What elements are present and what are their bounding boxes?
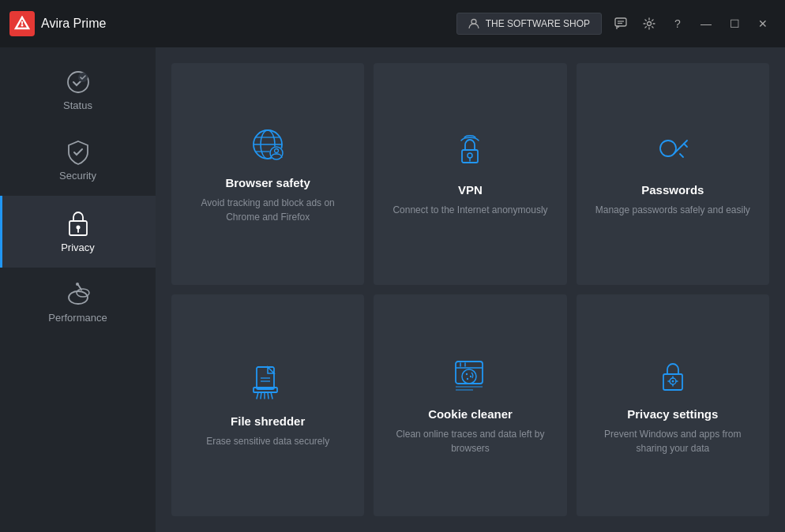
svg-line-39 — [271, 392, 272, 399]
passwords-title: Passwords — [641, 183, 704, 197]
close-button[interactable]: ✕ — [750, 11, 776, 36]
user-icon — [468, 18, 479, 29]
file-shredder-icon — [247, 362, 288, 403]
cookie-cleaner-desc: Clean online traces and data left by bro… — [389, 427, 550, 455]
sidebar: Status Security Privacy — [0, 47, 156, 532]
chat-button[interactable] — [608, 11, 633, 36]
security-icon — [66, 140, 90, 165]
svg-line-38 — [268, 392, 269, 399]
user-button[interactable]: THE SOFTWARE SHOP — [456, 13, 602, 35]
sidebar-item-security[interactable]: Security — [0, 126, 156, 196]
svg-point-47 — [467, 378, 468, 380]
svg-point-52 — [671, 380, 674, 383]
passwords-icon — [652, 131, 693, 172]
minimize-button[interactable]: — — [693, 11, 719, 36]
vpn-title: VPN — [458, 183, 483, 197]
svg-line-36 — [261, 392, 261, 399]
svg-rect-3 — [615, 18, 626, 26]
content-area: Browser safety Avoid tracking and block … — [156, 47, 785, 532]
browser-safety-icon — [247, 124, 288, 165]
svg-point-15 — [76, 283, 79, 286]
svg-point-45 — [466, 373, 468, 375]
file-shredder-card[interactable]: File shredder Erase sensitive data secur… — [171, 294, 364, 516]
title-bar: Avira Prime THE SOFTWARE SHOP ? — [0, 0, 785, 47]
sidebar-item-privacy[interactable]: Privacy — [0, 196, 156, 268]
svg-point-25 — [468, 153, 472, 158]
vpn-icon — [449, 131, 490, 172]
svg-rect-40 — [456, 362, 483, 384]
svg-point-12 — [69, 291, 88, 304]
settings-button[interactable] — [637, 11, 662, 36]
passwords-desc: Manage passwords safely and easily — [595, 203, 750, 217]
svg-line-29 — [684, 144, 687, 147]
cookie-cleaner-icon — [449, 355, 490, 396]
vpn-desc: Connect to the Internet anonymously — [392, 203, 547, 217]
svg-point-46 — [470, 376, 471, 377]
main-content: Status Security Privacy — [0, 47, 785, 532]
security-label: Security — [59, 170, 96, 182]
svg-line-35 — [257, 392, 258, 399]
performance-label: Performance — [48, 312, 107, 324]
maximize-button[interactable]: ☐ — [722, 11, 747, 36]
svg-point-0 — [21, 24, 24, 27]
browser-safety-title: Browser safety — [225, 176, 310, 189]
privacy-settings-title: Privacy settings — [627, 407, 718, 421]
sidebar-item-status[interactable]: Status — [0, 55, 156, 126]
svg-point-6 — [648, 22, 652, 26]
performance-icon — [66, 282, 91, 307]
user-label: THE SOFTWARE SHOP — [486, 18, 590, 29]
file-shredder-title: File shredder — [231, 414, 305, 428]
app-logo: Avira Prime — [9, 11, 106, 36]
privacy-icon — [67, 210, 89, 237]
vpn-card[interactable]: VPN Connect to the Internet anonymously — [374, 63, 566, 285]
status-label: Status — [63, 99, 92, 111]
app-title: Avira Prime — [41, 17, 106, 31]
svg-rect-34 — [254, 388, 277, 392]
file-shredder-desc: Erase sensitive data securely — [206, 434, 329, 448]
privacy-label: Privacy — [61, 242, 95, 253]
cookie-cleaner-title: Cookie cleaner — [428, 407, 513, 421]
window-controls: ? — ☐ ✕ — [608, 11, 776, 36]
privacy-settings-card[interactable]: Privacy settings Prevent Windows and app… — [577, 294, 769, 516]
help-label: ? — [674, 17, 681, 30]
help-button[interactable]: ? — [665, 11, 690, 36]
passwords-card[interactable]: Passwords Manage passwords safely and ea… — [577, 63, 769, 285]
svg-line-30 — [680, 154, 683, 157]
browser-safety-card[interactable]: Browser safety Avoid tracking and block … — [171, 63, 364, 285]
sidebar-item-performance[interactable]: Performance — [0, 268, 156, 338]
privacy-settings-icon — [652, 355, 693, 396]
avira-logo-icon — [9, 11, 35, 36]
status-icon — [66, 69, 91, 95]
browser-safety-desc: Avoid tracking and block ads on Chrome a… — [187, 196, 348, 224]
privacy-settings-desc: Prevent Windows and apps from sharing yo… — [592, 427, 753, 455]
cookie-cleaner-card[interactable]: Cookie cleaner Clean online traces and d… — [374, 294, 566, 516]
svg-point-44 — [462, 369, 476, 384]
